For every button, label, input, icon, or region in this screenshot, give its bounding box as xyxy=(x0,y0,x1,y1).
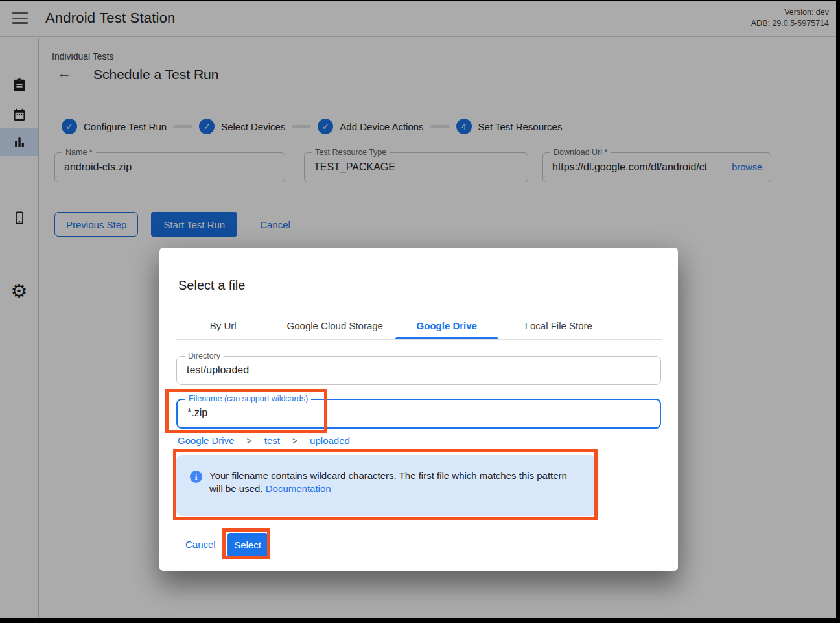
tab-google-cloud-storage[interactable]: Google Cloud Storage xyxy=(279,313,391,338)
select-file-dialog: Select a file By Url Google Cloud Storag… xyxy=(159,248,678,571)
chevron-right-icon: > xyxy=(292,436,298,446)
chevron-right-icon: > xyxy=(247,436,252,446)
info-icon: i xyxy=(190,471,202,483)
tab-google-drive[interactable]: Google Drive xyxy=(391,313,503,338)
dialog-title: Select a file xyxy=(178,278,245,293)
tabs-divider xyxy=(176,339,662,340)
dialog-cancel-button[interactable]: Cancel xyxy=(185,539,216,550)
dialog-tabs: By Url Google Cloud Storage Google Drive… xyxy=(167,313,614,338)
filename-field-label: Filename (can support wildcards) xyxy=(185,394,311,403)
documentation-link[interactable]: Documentation xyxy=(266,483,331,494)
directory-field[interactable]: Directory test/uploaded xyxy=(176,356,661,385)
crumb-google-drive[interactable]: Google Drive xyxy=(178,435,235,446)
directory-field-label: Directory xyxy=(185,351,224,360)
info-message: Your filename contains wildcard characte… xyxy=(209,470,567,494)
wildcard-info-text: Your filename contains wildcard characte… xyxy=(209,469,567,495)
tab-local-file-store[interactable]: Local File Store xyxy=(503,313,615,338)
tab-by-url[interactable]: By Url xyxy=(167,313,279,338)
crumb-uploaded[interactable]: uploaded xyxy=(310,435,350,446)
dialog-select-button[interactable]: Select xyxy=(228,533,268,557)
wildcard-info-banner: i Your filename contains wildcard charac… xyxy=(176,455,596,516)
drive-breadcrumb: Google Drive > test > uploaded xyxy=(178,435,350,446)
filename-field[interactable]: Filename (can support wildcards) *.zip xyxy=(176,399,661,429)
directory-input[interactable]: test/uploaded xyxy=(177,357,660,376)
crumb-test[interactable]: test xyxy=(264,435,280,446)
